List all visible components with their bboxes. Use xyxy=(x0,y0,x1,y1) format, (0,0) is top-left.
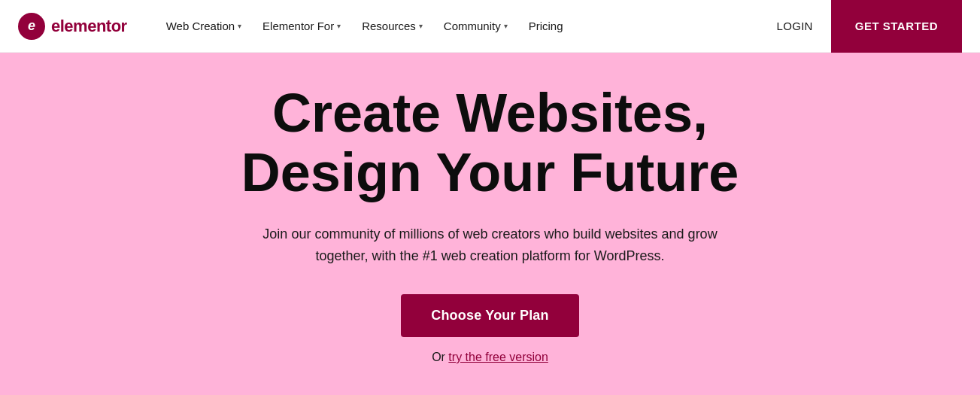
nav-links: Web Creation ▾ Elementor For ▾ Resources… xyxy=(157,14,759,38)
hero-subtitle: Join our community of millions of web cr… xyxy=(257,223,724,267)
free-version-prefix: Or xyxy=(432,351,448,363)
nav-item-community[interactable]: Community ▾ xyxy=(435,14,517,38)
chevron-down-icon: ▾ xyxy=(238,22,241,30)
nav-label-web-creation: Web Creation xyxy=(166,20,235,32)
nav-label-elementor-for: Elementor For xyxy=(262,20,334,32)
login-button[interactable]: LOGIN xyxy=(759,12,831,40)
hero-title-line2: Design Your Future xyxy=(241,142,739,202)
nav-label-resources: Resources xyxy=(362,20,416,32)
chevron-down-icon: ▾ xyxy=(419,22,423,30)
free-version-link[interactable]: try the free version xyxy=(448,351,548,363)
hero-title-line1: Create Websites, xyxy=(272,83,708,143)
hero-title: Create Websites, Design Your Future xyxy=(241,84,739,202)
hero-section: Create Websites, Design Your Future Join… xyxy=(0,53,980,395)
nav-item-web-creation[interactable]: Web Creation ▾ xyxy=(157,14,250,38)
nav-label-pricing: Pricing xyxy=(529,20,563,32)
logo-text: elementor xyxy=(51,17,127,36)
chevron-down-icon: ▾ xyxy=(337,22,341,30)
nav-actions: LOGIN GET STARTED xyxy=(759,0,962,53)
nav-item-resources[interactable]: Resources ▾ xyxy=(353,14,432,38)
logo[interactable]: e elementor xyxy=(18,13,127,40)
choose-plan-button[interactable]: Choose Your Plan xyxy=(401,294,579,337)
nav-item-elementor-for[interactable]: Elementor For ▾ xyxy=(253,14,350,38)
chevron-down-icon: ▾ xyxy=(504,22,508,30)
nav-label-community: Community xyxy=(444,20,501,32)
navbar: e elementor Web Creation ▾ Elementor For… xyxy=(0,0,980,53)
logo-icon: e xyxy=(18,13,45,40)
nav-item-pricing[interactable]: Pricing xyxy=(520,14,572,38)
get-started-button[interactable]: GET STARTED xyxy=(831,0,962,53)
free-version-text: Or try the free version xyxy=(432,351,548,364)
